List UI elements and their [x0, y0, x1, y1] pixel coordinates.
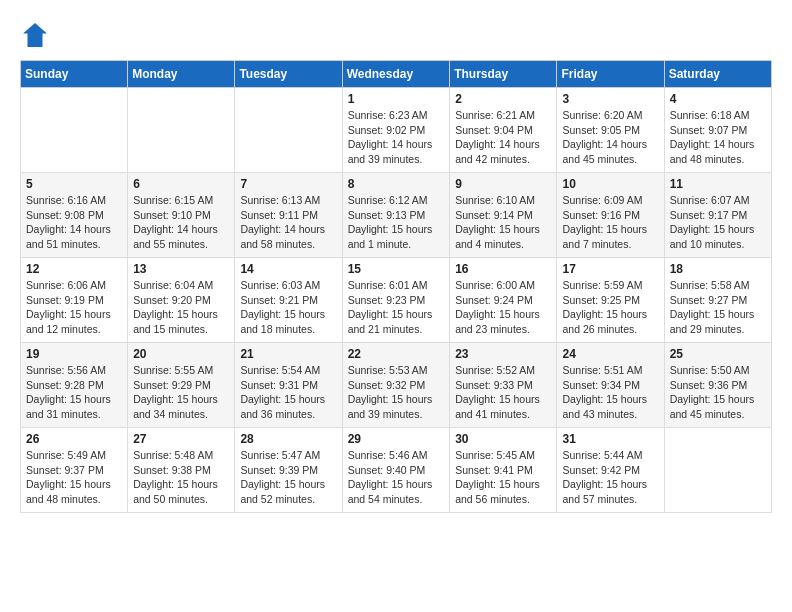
- day-number: 14: [240, 262, 336, 276]
- calendar-cell: 30Sunrise: 5:45 AM Sunset: 9:41 PM Dayli…: [450, 428, 557, 513]
- svg-marker-0: [23, 23, 47, 47]
- day-info: Sunrise: 5:59 AM Sunset: 9:25 PM Dayligh…: [562, 278, 658, 337]
- calendar-cell: [21, 88, 128, 173]
- day-number: 15: [348, 262, 445, 276]
- header-day-tuesday: Tuesday: [235, 61, 342, 88]
- day-number: 3: [562, 92, 658, 106]
- week-row-3: 12Sunrise: 6:06 AM Sunset: 9:19 PM Dayli…: [21, 258, 772, 343]
- calendar-cell: 25Sunrise: 5:50 AM Sunset: 9:36 PM Dayli…: [664, 343, 771, 428]
- calendar-cell: 6Sunrise: 6:15 AM Sunset: 9:10 PM Daylig…: [128, 173, 235, 258]
- day-info: Sunrise: 6:18 AM Sunset: 9:07 PM Dayligh…: [670, 108, 766, 167]
- calendar-cell: 16Sunrise: 6:00 AM Sunset: 9:24 PM Dayli…: [450, 258, 557, 343]
- day-info: Sunrise: 5:50 AM Sunset: 9:36 PM Dayligh…: [670, 363, 766, 422]
- calendar-cell: 21Sunrise: 5:54 AM Sunset: 9:31 PM Dayli…: [235, 343, 342, 428]
- calendar-cell: 1Sunrise: 6:23 AM Sunset: 9:02 PM Daylig…: [342, 88, 450, 173]
- day-info: Sunrise: 6:21 AM Sunset: 9:04 PM Dayligh…: [455, 108, 551, 167]
- day-number: 2: [455, 92, 551, 106]
- day-number: 23: [455, 347, 551, 361]
- day-info: Sunrise: 5:44 AM Sunset: 9:42 PM Dayligh…: [562, 448, 658, 507]
- calendar-cell: 13Sunrise: 6:04 AM Sunset: 9:20 PM Dayli…: [128, 258, 235, 343]
- day-number: 18: [670, 262, 766, 276]
- day-number: 5: [26, 177, 122, 191]
- calendar-cell: 9Sunrise: 6:10 AM Sunset: 9:14 PM Daylig…: [450, 173, 557, 258]
- day-info: Sunrise: 6:23 AM Sunset: 9:02 PM Dayligh…: [348, 108, 445, 167]
- header-day-friday: Friday: [557, 61, 664, 88]
- day-info: Sunrise: 6:03 AM Sunset: 9:21 PM Dayligh…: [240, 278, 336, 337]
- day-number: 17: [562, 262, 658, 276]
- day-number: 22: [348, 347, 445, 361]
- day-number: 12: [26, 262, 122, 276]
- calendar-cell: 18Sunrise: 5:58 AM Sunset: 9:27 PM Dayli…: [664, 258, 771, 343]
- calendar-cell: 7Sunrise: 6:13 AM Sunset: 9:11 PM Daylig…: [235, 173, 342, 258]
- header-day-wednesday: Wednesday: [342, 61, 450, 88]
- day-info: Sunrise: 5:51 AM Sunset: 9:34 PM Dayligh…: [562, 363, 658, 422]
- calendar-cell: 11Sunrise: 6:07 AM Sunset: 9:17 PM Dayli…: [664, 173, 771, 258]
- day-info: Sunrise: 5:55 AM Sunset: 9:29 PM Dayligh…: [133, 363, 229, 422]
- calendar-cell: 27Sunrise: 5:48 AM Sunset: 9:38 PM Dayli…: [128, 428, 235, 513]
- day-number: 24: [562, 347, 658, 361]
- header-day-thursday: Thursday: [450, 61, 557, 88]
- calendar-cell: 17Sunrise: 5:59 AM Sunset: 9:25 PM Dayli…: [557, 258, 664, 343]
- day-number: 1: [348, 92, 445, 106]
- day-number: 28: [240, 432, 336, 446]
- day-number: 26: [26, 432, 122, 446]
- calendar-cell: 20Sunrise: 5:55 AM Sunset: 9:29 PM Dayli…: [128, 343, 235, 428]
- day-info: Sunrise: 5:45 AM Sunset: 9:41 PM Dayligh…: [455, 448, 551, 507]
- logo-icon: [20, 20, 50, 50]
- day-number: 30: [455, 432, 551, 446]
- day-info: Sunrise: 6:16 AM Sunset: 9:08 PM Dayligh…: [26, 193, 122, 252]
- calendar-cell: 31Sunrise: 5:44 AM Sunset: 9:42 PM Dayli…: [557, 428, 664, 513]
- day-number: 6: [133, 177, 229, 191]
- calendar-cell: 24Sunrise: 5:51 AM Sunset: 9:34 PM Dayli…: [557, 343, 664, 428]
- week-row-4: 19Sunrise: 5:56 AM Sunset: 9:28 PM Dayli…: [21, 343, 772, 428]
- day-number: 20: [133, 347, 229, 361]
- calendar-table: SundayMondayTuesdayWednesdayThursdayFrid…: [20, 60, 772, 513]
- day-info: Sunrise: 6:15 AM Sunset: 9:10 PM Dayligh…: [133, 193, 229, 252]
- calendar-cell: 14Sunrise: 6:03 AM Sunset: 9:21 PM Dayli…: [235, 258, 342, 343]
- day-info: Sunrise: 6:09 AM Sunset: 9:16 PM Dayligh…: [562, 193, 658, 252]
- day-info: Sunrise: 5:46 AM Sunset: 9:40 PM Dayligh…: [348, 448, 445, 507]
- calendar-cell: 28Sunrise: 5:47 AM Sunset: 9:39 PM Dayli…: [235, 428, 342, 513]
- calendar-cell: [235, 88, 342, 173]
- day-info: Sunrise: 6:06 AM Sunset: 9:19 PM Dayligh…: [26, 278, 122, 337]
- day-info: Sunrise: 6:12 AM Sunset: 9:13 PM Dayligh…: [348, 193, 445, 252]
- header-day-monday: Monday: [128, 61, 235, 88]
- calendar-cell: 5Sunrise: 6:16 AM Sunset: 9:08 PM Daylig…: [21, 173, 128, 258]
- day-number: 11: [670, 177, 766, 191]
- day-info: Sunrise: 5:54 AM Sunset: 9:31 PM Dayligh…: [240, 363, 336, 422]
- day-info: Sunrise: 5:53 AM Sunset: 9:32 PM Dayligh…: [348, 363, 445, 422]
- day-number: 31: [562, 432, 658, 446]
- calendar-header-row: SundayMondayTuesdayWednesdayThursdayFrid…: [21, 61, 772, 88]
- day-info: Sunrise: 6:13 AM Sunset: 9:11 PM Dayligh…: [240, 193, 336, 252]
- week-row-5: 26Sunrise: 5:49 AM Sunset: 9:37 PM Dayli…: [21, 428, 772, 513]
- day-number: 4: [670, 92, 766, 106]
- calendar-cell: 2Sunrise: 6:21 AM Sunset: 9:04 PM Daylig…: [450, 88, 557, 173]
- header-day-sunday: Sunday: [21, 61, 128, 88]
- calendar-cell: 15Sunrise: 6:01 AM Sunset: 9:23 PM Dayli…: [342, 258, 450, 343]
- calendar-cell: 29Sunrise: 5:46 AM Sunset: 9:40 PM Dayli…: [342, 428, 450, 513]
- calendar-cell: 10Sunrise: 6:09 AM Sunset: 9:16 PM Dayli…: [557, 173, 664, 258]
- day-number: 10: [562, 177, 658, 191]
- day-number: 9: [455, 177, 551, 191]
- day-number: 27: [133, 432, 229, 446]
- day-info: Sunrise: 5:48 AM Sunset: 9:38 PM Dayligh…: [133, 448, 229, 507]
- logo: [20, 20, 54, 50]
- page-header: [20, 20, 772, 50]
- day-info: Sunrise: 5:49 AM Sunset: 9:37 PM Dayligh…: [26, 448, 122, 507]
- day-info: Sunrise: 6:04 AM Sunset: 9:20 PM Dayligh…: [133, 278, 229, 337]
- day-number: 8: [348, 177, 445, 191]
- week-row-1: 1Sunrise: 6:23 AM Sunset: 9:02 PM Daylig…: [21, 88, 772, 173]
- day-info: Sunrise: 6:10 AM Sunset: 9:14 PM Dayligh…: [455, 193, 551, 252]
- calendar-cell: [664, 428, 771, 513]
- calendar-cell: 26Sunrise: 5:49 AM Sunset: 9:37 PM Dayli…: [21, 428, 128, 513]
- day-number: 13: [133, 262, 229, 276]
- calendar-cell: 8Sunrise: 6:12 AM Sunset: 9:13 PM Daylig…: [342, 173, 450, 258]
- day-info: Sunrise: 6:01 AM Sunset: 9:23 PM Dayligh…: [348, 278, 445, 337]
- calendar-cell: [128, 88, 235, 173]
- calendar-cell: 12Sunrise: 6:06 AM Sunset: 9:19 PM Dayli…: [21, 258, 128, 343]
- calendar-cell: 4Sunrise: 6:18 AM Sunset: 9:07 PM Daylig…: [664, 88, 771, 173]
- week-row-2: 5Sunrise: 6:16 AM Sunset: 9:08 PM Daylig…: [21, 173, 772, 258]
- day-number: 7: [240, 177, 336, 191]
- day-number: 21: [240, 347, 336, 361]
- calendar-cell: 23Sunrise: 5:52 AM Sunset: 9:33 PM Dayli…: [450, 343, 557, 428]
